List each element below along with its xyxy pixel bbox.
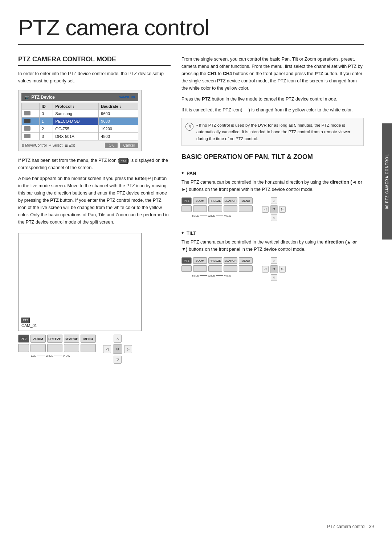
tilt-btn5[interactable] <box>239 265 253 272</box>
col-icon <box>22 103 40 110</box>
right-para3: If it is cancelled, the PTZ icon( ) is c… <box>181 106 364 114</box>
page-container: 06 PTZ CAMERA CONTROL PTZ camera control… <box>0 0 392 540</box>
table-row: 0 Samsung 9600 <box>22 110 138 118</box>
btn4[interactable] <box>64 344 79 352</box>
pan-zoom-btn[interactable]: ZOOM <box>193 197 207 204</box>
left-para2: If PTZ has been set from the menu, the P… <box>18 157 171 171</box>
right-para1: From the single screen, you can control … <box>181 56 364 92</box>
ptz-footer-buttons: OK Cancel <box>105 143 138 148</box>
pan-btn4[interactable] <box>224 205 237 212</box>
menu-button[interactable]: MENU <box>81 335 96 343</box>
tilt-btn3[interactable] <box>208 265 222 272</box>
tilt-zoom-btn[interactable]: ZOOM <box>193 257 207 264</box>
ptz-badge-cam: PTZ <box>21 317 37 323</box>
side-tab-text: 06 PTZ CAMERA CONTROL <box>385 154 389 209</box>
tilt-wide-label: WIDE <box>208 274 215 277</box>
nav-exit: ☰ Exit <box>65 143 75 147</box>
tilt-row2 <box>181 265 253 272</box>
side-tab: 06 PTZ CAMERA CONTROL <box>382 123 392 240</box>
pan-btn5[interactable] <box>239 205 253 212</box>
pan-btn2[interactable] <box>193 205 207 212</box>
col-protocol: Protocol ↓ <box>53 103 99 110</box>
left-section-heading: PTZ CAMERA CONTROL MODE <box>18 56 171 66</box>
main-content: PTZ camera control PTZ CAMERA CONTROL MO… <box>0 0 382 378</box>
note-box: ✎ • If no PTZ control is used by the DVR… <box>181 118 364 146</box>
two-column-layout: PTZ CAMERA CONTROL MODE In order to ente… <box>18 56 364 364</box>
pan-search-btn[interactable]: SEARCH <box>224 197 237 204</box>
btn3[interactable] <box>47 344 62 352</box>
row-icon <box>24 111 30 115</box>
btn1[interactable] <box>18 344 29 352</box>
tilt-row1: PTZ ZOOM FREEZE SEARCH MENU <box>181 257 253 264</box>
pan-menu-btn[interactable]: MENU <box>239 197 253 204</box>
cancel-button[interactable]: Cancel <box>120 143 138 148</box>
wide-label: WIDE <box>46 354 53 357</box>
tilt-btn2[interactable] <box>193 265 207 272</box>
camera-screen-box: PTZ CAM_01 <box>18 233 142 331</box>
right-para2: Press the PTZ button in the live mode to… <box>181 95 364 103</box>
note-text: If no PTZ control is used by the DVR for… <box>196 123 350 141</box>
left-intro-text: In order to enter into the PTZ device co… <box>18 70 171 85</box>
tilt-view-label: VIEW <box>224 274 231 277</box>
pan-btn1[interactable] <box>181 205 192 212</box>
ok-button[interactable]: OK <box>105 143 117 148</box>
tilt-dpad-center[interactable]: ⊡ <box>270 265 278 273</box>
right-column: From the single screen, you can control … <box>181 56 364 364</box>
cam-info: PTZ CAM_01 <box>21 317 37 328</box>
pan-ptz-btn[interactable]: PTZ <box>181 197 192 204</box>
tilt-ptz-btn[interactable]: PTZ <box>181 257 192 264</box>
tilt-dpad-right[interactable]: ▷ <box>279 266 286 273</box>
tilt-menu-btn[interactable]: MENU <box>239 257 253 264</box>
left-column: PTZ CAMERA CONTROL MODE In order to ente… <box>18 56 171 364</box>
tilt-btn1[interactable] <box>181 265 192 272</box>
pan-text: The PTZ camera can be controlled in the … <box>181 179 364 193</box>
tilt-tele-label: TELE <box>192 274 199 277</box>
pan-dpad-right[interactable]: ▷ <box>279 206 286 213</box>
pan-dpad-down[interactable]: ▽ <box>271 214 277 221</box>
view-label: VIEW <box>63 354 70 357</box>
tilt-dpad: △ ◁ ⊡ ▷ ▽ <box>262 257 286 281</box>
row-icon <box>24 126 30 131</box>
table-row: 3 DRX-501A 4800 <box>22 133 138 140</box>
pan-dpad-center[interactable]: ⊡ <box>270 205 278 213</box>
ptz-table: ID Protocol ↓ Baudrate ↓ 0 Samsung 9600 <box>21 103 138 140</box>
dpad-center[interactable]: ⊡ <box>113 344 122 354</box>
pan-dpad-left[interactable]: ◁ <box>262 206 269 213</box>
pan-tele-wide: TELE WIDE VIEW <box>192 214 253 217</box>
tilt-dpad-up[interactable]: △ <box>271 257 277 264</box>
ptz-footer-nav: ⊕ Move/Control ↵ Select ☰ Exit <box>21 143 75 147</box>
pan-panel-buttons: PTZ ZOOM FREEZE SEARCH MENU <box>181 197 253 217</box>
tilt-search-btn[interactable]: SEARCH <box>224 257 237 264</box>
note-icon: ✎ <box>185 123 193 131</box>
pan-btn3[interactable] <box>208 205 222 212</box>
footer-text: PTZ camera control _39 <box>327 524 374 529</box>
zoom-button[interactable]: ZOOM <box>30 335 46 343</box>
ptz-device-header: 📷 PTZ Device SAMSUNG <box>21 93 138 101</box>
ptz-device-footer: ⊕ Move/Control ↵ Select ☰ Exit OK Cancel <box>21 143 138 148</box>
table-row: 2 GC-755 19200 <box>22 125 138 133</box>
left-dpad: △ ◁ ⊡ ▷ ▽ <box>103 335 132 364</box>
basic-operation-heading: BASIC OPERATION OF PAN, TILT & ZOOM <box>181 153 364 163</box>
tilt-text: The PTZ camera can be controlled in the … <box>181 238 364 253</box>
tilt-dpad-left[interactable]: ◁ <box>262 266 269 273</box>
tilt-btn4[interactable] <box>224 265 237 272</box>
pan-freeze-btn[interactable]: FREEZE <box>208 197 222 204</box>
dpad-up[interactable]: △ <box>114 335 122 343</box>
left-para3: A blue bar appears on the monitor screen… <box>18 175 171 226</box>
dpad-left[interactable]: ◁ <box>103 345 111 353</box>
ptz-button[interactable]: PTZ <box>18 335 29 343</box>
btn5[interactable] <box>81 344 96 352</box>
pan-dpad-up[interactable]: △ <box>271 197 277 204</box>
dpad-right[interactable]: ▷ <box>124 345 132 353</box>
row-icon <box>24 119 30 123</box>
freeze-button[interactable]: FREEZE <box>47 335 62 343</box>
dpad-down[interactable]: ▽ <box>114 356 122 364</box>
tilt-dpad-down[interactable]: ▽ <box>271 274 277 281</box>
col-baudrate: Baudrate ↓ <box>99 103 138 110</box>
page-footer: PTZ camera control _39 <box>327 524 374 529</box>
search-button[interactable]: SEARCH <box>64 335 79 343</box>
cam-label: CAM_01 <box>21 323 37 328</box>
btn2[interactable] <box>30 344 46 352</box>
ptz-device-title: 📷 PTZ Device <box>24 95 55 100</box>
tilt-freeze-btn[interactable]: FREEZE <box>208 257 222 264</box>
